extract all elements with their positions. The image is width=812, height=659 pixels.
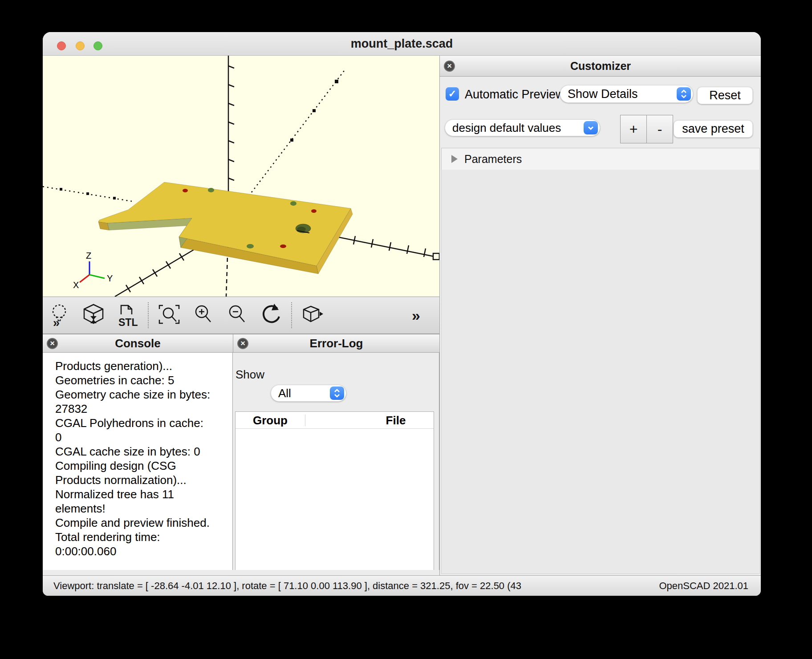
collapsed-triangle-icon <box>451 155 458 163</box>
axis-y <box>337 236 439 260</box>
zoom-all-icon <box>157 303 182 328</box>
preset-add-remove-group: + - <box>620 115 673 143</box>
customizer-panel: ✕ Customizer ✓ Automatic Preview Show De… <box>439 56 761 575</box>
errorlog-header: ✕ Error-Log <box>233 334 439 353</box>
customizer-header: ✕ Customizer <box>440 56 761 77</box>
toolbar-separator <box>148 302 149 328</box>
axis-neg-dotted-right <box>252 69 345 192</box>
reset-view-icon <box>258 303 283 328</box>
console-line: CGAL Polyhedrons in cache: <box>55 416 228 430</box>
view-perspective-button[interactable] <box>298 300 327 331</box>
stl-icon-label: STL <box>118 317 138 328</box>
updown-chevron-icon <box>330 386 344 400</box>
save-preset-button[interactable]: save preset <box>674 120 753 138</box>
title-bar[interactable]: mount_plate.scad <box>43 32 761 56</box>
reset-button[interactable]: Reset <box>697 87 753 104</box>
console-line: 0 <box>55 430 228 444</box>
console-line: Normalized tree has 11 <box>55 487 228 501</box>
errorlog-table[interactable]: Group File <box>235 411 434 584</box>
app-version-label: OpenSCAD 2021.01 <box>659 580 748 592</box>
window-title: mount_plate.scad <box>43 32 761 56</box>
openscad-window: mount_plate.scad <box>43 32 761 596</box>
parameters-label: Parameters <box>464 153 522 166</box>
status-bar: Viewport: translate = [ -28.64 -4.01 12.… <box>43 575 761 596</box>
parameters-content-area <box>441 170 760 574</box>
axis-z <box>226 56 234 297</box>
screen-background: mount_plate.scad <box>0 0 812 659</box>
model-mount-plate <box>98 182 353 274</box>
gizmo-x-label: X <box>73 280 79 290</box>
console-line: Geometries in cache: 5 <box>55 373 228 387</box>
remove-preset-button[interactable]: - <box>647 115 673 143</box>
column-header-file[interactable]: File <box>369 414 422 427</box>
add-preset-button[interactable]: + <box>621 115 647 143</box>
errorlog-table-header: Group File <box>235 412 434 429</box>
overflow-icon: » <box>412 307 420 324</box>
errorlog-panel: Show All Group File <box>233 353 439 570</box>
show-details-select[interactable]: Show Details <box>560 85 693 103</box>
axis-x <box>115 250 194 297</box>
toolbar-separator <box>291 302 292 328</box>
console-line: CGAL cache size in bytes: 0 <box>55 444 228 459</box>
console-line: Products generation)... <box>55 359 228 373</box>
parameters-section-header[interactable]: Parameters <box>441 148 760 170</box>
export-stl-button[interactable]: STL <box>113 300 142 331</box>
console-line: Compile and preview finished. <box>55 516 228 530</box>
customizer-title: Customizer <box>455 60 746 73</box>
preset-selected-value: design default values <box>445 121 584 135</box>
console-output[interactable]: Products generation)... Geometries in ca… <box>43 353 233 570</box>
gizmo-z-label: Z <box>86 251 91 260</box>
toolbar-overflow-button[interactable]: » <box>405 300 433 331</box>
console-line: 27832 <box>55 402 228 416</box>
zoom-in-button[interactable] <box>189 300 217 331</box>
viewport-status-text: Viewport: translate = [ -28.64 -4.01 12.… <box>53 580 654 592</box>
column-divider[interactable] <box>305 415 305 426</box>
details-selected-value: Show Details <box>560 87 677 101</box>
console-title: Console <box>58 337 218 350</box>
viewport-3d[interactable]: Z X Y <box>43 56 439 297</box>
preset-select[interactable]: design default values <box>445 119 600 136</box>
preview-throwaway-button[interactable]: » <box>45 300 74 331</box>
console-line: Products normalization)... <box>55 473 228 487</box>
zoom-out-icon <box>224 303 249 328</box>
errorlog-title: Error-Log <box>248 337 424 350</box>
render-icon <box>81 303 106 328</box>
console-line: elements! <box>55 501 228 516</box>
errorlog-close-icon[interactable]: ✕ <box>237 338 248 349</box>
down-chevron-icon <box>584 121 598 134</box>
console-line: 0:00:00.060 <box>55 544 228 558</box>
zoom-out-button[interactable] <box>223 300 251 331</box>
console-line: Geometry cache size in bytes: <box>55 387 228 402</box>
automatic-preview-checkbox[interactable]: ✓ <box>446 87 459 101</box>
zoom-all-button[interactable] <box>155 300 183 331</box>
dock-gap <box>43 570 439 575</box>
viewport-canvas: Z X Y <box>43 56 439 297</box>
console-close-icon[interactable]: ✕ <box>47 338 58 349</box>
reset-view-button[interactable] <box>256 300 285 331</box>
render-button[interactable] <box>79 300 108 331</box>
console-line: Compiling design (CSG <box>55 459 228 473</box>
errorlog-filter-select[interactable]: All <box>271 385 346 402</box>
console-header: ✕ Console <box>43 334 233 353</box>
filter-selected-value: All <box>271 386 330 400</box>
perspective-icon <box>300 303 325 328</box>
viewport-toolbar: » STL <box>43 297 439 334</box>
zoom-in-icon <box>191 303 215 328</box>
orientation-gizmo: Z X Y <box>73 251 113 290</box>
automatic-preview-label: Automatic Preview <box>465 88 564 102</box>
gizmo-y-label: Y <box>107 273 113 283</box>
show-filter-label: Show <box>235 368 264 382</box>
preview-icon: » <box>53 316 60 328</box>
column-header-group[interactable]: Group <box>235 414 305 427</box>
customizer-close-icon[interactable]: ✕ <box>444 61 455 72</box>
console-line: Total rendering time: <box>55 530 228 544</box>
updown-chevron-icon <box>677 87 691 101</box>
